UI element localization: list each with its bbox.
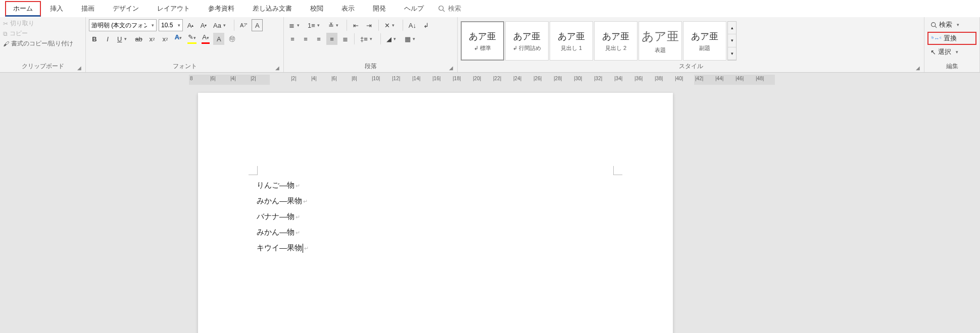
line-spacing-button[interactable]: ‡≡▾ (358, 33, 377, 45)
font-dialog-launcher[interactable]: ◢ (275, 65, 279, 71)
replace-icon: ᵇ↔ᶜ (932, 35, 942, 42)
text-line[interactable]: バナナ―物 (257, 209, 309, 225)
format-painter-button[interactable]: 🖌 書式のコピー/貼り付け (3, 39, 82, 48)
bold-button[interactable]: B (89, 33, 100, 45)
tab-view[interactable]: 表示 (332, 1, 364, 16)
style-heading1[interactable]: あア亜 見出し 1 (550, 21, 593, 61)
align-center-button[interactable]: ≡ (300, 33, 311, 45)
font-name-combo[interactable]: ▾ (89, 19, 157, 31)
style-name: 見出し 1 (561, 44, 582, 52)
cut-button[interactable]: ✂ 切り取り (3, 19, 82, 28)
margin-corner-tr (613, 166, 622, 175)
chevron-down-icon: ▾ (953, 49, 960, 54)
font-name-input[interactable] (89, 20, 149, 31)
numbering-button[interactable]: 1≡▾ (306, 19, 324, 31)
align-center-icon: ≡ (304, 35, 308, 43)
style-normal[interactable]: あア亜 ↲ 標準 (461, 21, 504, 61)
borders-button[interactable]: ▦▾ (403, 33, 420, 45)
multilevel-list-button[interactable]: ≚▾ (326, 19, 343, 31)
underline-button[interactable]: U▾ (115, 33, 131, 45)
clipboard-dialog-launcher[interactable]: ◢ (77, 65, 81, 71)
text-line[interactable]: みかん―果物 (257, 193, 309, 209)
document-page[interactable]: りんご―物みかん―果物バナナ―物みかん―物キウイ―果物 (198, 93, 673, 333)
chevron-down-icon[interactable]: ▾ (149, 23, 156, 28)
superscript-button[interactable]: x2 (160, 33, 171, 45)
chevron-down-icon[interactable]: ▾ (175, 23, 182, 28)
font-size-combo[interactable]: ▾ (159, 19, 183, 31)
horizontal-ruler[interactable]: 8|6||4||2||2||4||6||8||10||12||14||16||1… (189, 75, 775, 85)
enclose-characters-button[interactable]: ㊞ (226, 33, 237, 45)
italic-button[interactable]: I (102, 33, 113, 45)
pilcrow-icon: ↲ (423, 22, 429, 29)
tab-mailings[interactable]: 差し込み文書 (243, 1, 301, 16)
bullets-button[interactable]: ≣▾ (287, 19, 304, 31)
paint-bucket-icon: ◢ (386, 35, 391, 43)
shrink-font-button[interactable]: A▾ (198, 19, 209, 31)
document-body[interactable]: りんご―物みかん―果物バナナ―物みかん―物キウイ―果物 (257, 178, 309, 256)
group-label-styles: スタイル ◢ (461, 61, 921, 72)
style-gallery: あア亜 ↲ 標準 あア亜 ↲ 行間詰め あア亜 見出し 1 あア亜 見出し 2 … (461, 21, 737, 61)
styles-dialog-launcher[interactable]: ◢ (916, 65, 920, 71)
tab-draw[interactable]: 描画 (72, 1, 104, 16)
align-right-button[interactable]: ≡ (313, 33, 324, 45)
group-label-paragraph: 段落 ◢ (287, 61, 454, 72)
sort-button[interactable]: A↓ (407, 19, 418, 31)
copy-button[interactable]: ⧉ コピー (3, 29, 82, 38)
justify-button[interactable]: ≡ (326, 33, 337, 45)
outdent-icon: ⇤ (353, 22, 359, 29)
decrease-indent-button[interactable]: ⇤ (351, 19, 362, 31)
search-icon (930, 22, 937, 28)
replace-button[interactable]: ᵇ↔ᶜ 置換 (927, 32, 976, 45)
align-left-button[interactable]: ≡ (287, 33, 298, 45)
tab-review[interactable]: 校閲 (301, 1, 332, 16)
phonetic-guide-button[interactable]: Aア (238, 19, 250, 31)
copy-icon: ⧉ (3, 30, 8, 37)
increase-indent-button[interactable]: ⇥ (364, 19, 375, 31)
tab-home[interactable]: ホーム (5, 1, 41, 17)
font-color-button[interactable]: A▾ (200, 33, 211, 45)
paragraph-dialog-launcher[interactable]: ◢ (449, 65, 453, 71)
select-label: 選択 (938, 47, 951, 57)
tab-developer[interactable]: 開発 (364, 1, 395, 16)
ribbon-tabs: ホーム 挿入 描画 デザイン レイアウト 参考資料 差し込み文書 校閲 表示 開… (0, 0, 980, 17)
shading-button[interactable]: ◢▾ (384, 33, 401, 45)
strikethrough-button[interactable]: ab (133, 33, 144, 45)
asian-layout-button[interactable]: ✕▾ (382, 19, 399, 31)
tab-insert[interactable]: 挿入 (41, 1, 72, 16)
grow-font-button[interactable]: A▴ (185, 19, 196, 31)
style-heading2[interactable]: あア亜 見出し 2 (594, 21, 638, 61)
highlight-button[interactable]: ✎▾ (186, 33, 198, 45)
search-icon (438, 5, 445, 12)
style-sample: あア亜 (642, 28, 679, 44)
tab-design[interactable]: デザイン (104, 1, 148, 16)
tab-references[interactable]: 参考資料 (199, 1, 243, 16)
svg-line-1 (443, 10, 445, 12)
select-button[interactable]: ↖ 選択 ▾ (927, 46, 976, 58)
tab-layout[interactable]: レイアウト (148, 1, 199, 16)
svg-line-3 (935, 26, 937, 27)
show-marks-button[interactable]: ↲ (420, 19, 431, 31)
text-line[interactable]: キウイ―果物 (257, 240, 309, 256)
gallery-down-button[interactable]: ▾ (728, 34, 736, 47)
change-case-button[interactable]: Aa▾ (211, 19, 230, 31)
format-painter-label: 書式のコピー/貼り付け (11, 39, 73, 48)
style-no-spacing[interactable]: あア亜 ↲ 行間詰め (505, 21, 549, 61)
font-size-input[interactable] (159, 20, 175, 31)
tab-help[interactable]: ヘルプ (395, 1, 433, 16)
find-button[interactable]: 検索 ▾ (927, 19, 976, 30)
text-effects-button[interactable]: A▾ (173, 33, 184, 45)
align-right-icon: ≡ (317, 35, 321, 43)
gallery-more-button[interactable]: ▾ (728, 47, 736, 60)
text-line[interactable]: みかん―物 (257, 225, 309, 240)
tell-me-search[interactable]: 検索 (438, 4, 461, 13)
subscript-button[interactable]: x2 (146, 33, 158, 45)
character-shading-button[interactable]: A (213, 33, 224, 45)
ribbon: ✂ 切り取り ⧉ コピー 🖌 書式のコピー/貼り付け クリップボード ◢ ▾ (0, 17, 980, 73)
gallery-up-button[interactable]: ▴ (728, 22, 736, 34)
distribute-button[interactable]: ≣ (339, 33, 351, 45)
text-line[interactable]: りんご―物 (257, 178, 309, 193)
group-clipboard: ✂ 切り取り ⧉ コピー 🖌 書式のコピー/貼り付け クリップボード ◢ (0, 17, 86, 72)
style-subtitle[interactable]: あア亜 副題 (683, 21, 726, 61)
style-title[interactable]: あア亜 表題 (639, 21, 682, 61)
clear-formatting-button[interactable]: A (252, 19, 263, 31)
